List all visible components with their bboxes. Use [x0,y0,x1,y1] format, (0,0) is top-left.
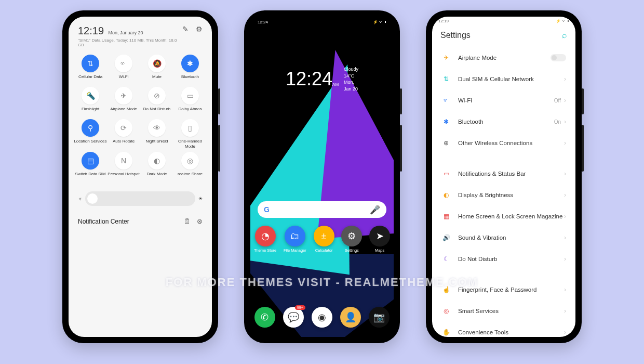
app-calculator[interactable]: ±Calculator [314,226,334,253]
settings-row-label: Other Wireless Connections [458,140,564,146]
qs-toggle-wi-fi[interactable]: ᯤWi-Fi [107,55,140,84]
close-icon[interactable]: ⊗ [197,217,203,225]
qs-toggle-dark-mode[interactable]: ◐Dark Mode [140,152,173,181]
qs-toggle-mute[interactable]: 🔕Mute [140,55,173,84]
app-icon: ◔ [255,226,276,246]
app-label: Calculator [315,248,333,253]
settings-row-dual-sim-cellular-network[interactable]: ⇅Dual SIM & Cellular Network› [436,69,571,90]
qs-toggle-label: Flashlight [82,107,99,116]
voice-search-icon[interactable]: 🎤 [370,205,380,215]
settings-row-label: Bluetooth [458,119,554,125]
phone-home-screen: 12:24 ⚡ ᯤ ▮ 12:24 AM Cloudy 14°C Mon, Ja… [244,10,400,343]
app-dock[interactable]: 💬99+ [283,307,304,328]
app-dock[interactable]: ◉ [312,307,332,328]
settings-row-value: On [554,119,561,125]
qs-toggle-do-not-disturb[interactable]: ⊘Do Not Disturb [140,87,173,116]
settings-row-other-wireless-connections[interactable]: ⊕Other Wireless Connections› [436,133,571,154]
brightness-slider[interactable]: ☼ ☀ [78,191,203,206]
settings-row-icon: ◎ [441,306,451,316]
search-icon[interactable]: ⌕ [562,31,567,40]
qs-toggle-icon: ◐ [148,152,166,170]
settings-row-home-screen-lock-screen-magazine[interactable]: ▦Home Screen & Lock Screen Magazine› [436,206,571,227]
app-icon: ⚙ [341,226,362,246]
chevron-right-icon: › [564,139,566,147]
settings-row-wi-fi[interactable]: ᯤWi-FiOff› [436,90,571,111]
qs-toggle-label: Dolby Atmos [179,107,202,116]
google-search-bar[interactable]: G 🎤 [258,201,386,218]
app-icon: ◉ [312,307,332,328]
app-icon: ➤ [369,226,390,246]
settings-row-label: Fingerprint, Face & Password [458,287,564,293]
qs-toggle-icon: ⇅ [82,55,99,72]
qs-toggle-label: Dark Mode [146,172,167,181]
app-label: Maps [375,248,384,253]
settings-row-label: Display & Brightness [458,192,564,198]
home-weather: Cloudy 14°C [344,66,358,79]
status-icons: ⚡ ᯤ ▮ [556,19,569,23]
settings-row-bluetooth[interactable]: ✱BluetoothOn› [436,111,571,133]
qs-toggle-flashlight[interactable]: 🔦Flashlight [74,87,107,116]
settings-row-label: Convenience Tools [458,329,564,335]
settings-row-display-brightness[interactable]: ◐Display & Brightness› [436,185,571,206]
app-dock[interactable]: ✆ [254,307,275,328]
settings-title: Settings [440,31,471,40]
notification-center-title: Notification Center [78,218,129,225]
app-dock[interactable]: 📷 [369,307,390,328]
chevron-right-icon: › [564,286,566,293]
settings-row-do-not-disturb[interactable]: ☾Do Not Disturb› [436,249,571,270]
qs-toggle-night-shield[interactable]: 👁Night Shield [140,119,173,149]
settings-row-label: Notifications & Status Bar [458,171,564,177]
settings-row-smart-services[interactable]: ◎Smart Services› [436,301,571,322]
qs-toggle-icon: ✱ [181,55,199,72]
qs-toggle-icon: N [115,152,132,170]
qs-data-usage: "SIM1" Data Usage, Today: 110 MB, This M… [78,38,182,47]
settings-row-airplane-mode[interactable]: ✈Airplane Mode [436,47,571,69]
app-settings[interactable]: ⚙Settings [341,226,362,253]
settings-row-label: Dual SIM & Cellular Network [458,76,564,82]
chevron-right-icon: › [564,75,566,83]
app-icon: ± [314,226,334,246]
home-clock-ampm: AM [332,82,339,90]
qs-toggle-grid: ⇅Cellular DataᯤWi-Fi🔕Mute✱Bluetooth🔦Flas… [74,55,207,181]
badge: 99+ [295,305,305,310]
qs-toggle-switch-data-sim[interactable]: ▤Switch Data SIM [74,152,107,181]
toggle-switch[interactable] [551,54,566,61]
app-icon: 💬99+ [283,307,304,328]
qs-toggle-dolby-atmos[interactable]: ▭Dolby Atmos [173,87,207,116]
qs-toggle-icon: ✈ [115,87,132,105]
qs-toggle-bluetooth[interactable]: ✱Bluetooth [173,55,207,84]
qs-toggle-icon: ᯤ [115,55,132,72]
settings-row-notifications-status-bar[interactable]: ▭Notifications & Status Bar› [436,163,571,185]
qs-toggle-label: Switch Data SIM [75,172,105,181]
settings-row-sound-vibration[interactable]: 🔊Sound & Vibration› [436,227,571,249]
app-maps[interactable]: ➤Maps [369,226,390,253]
settings-row-convenience-tools[interactable]: ✋Convenience Tools› [436,322,571,337]
qs-toggle-cellular-data[interactable]: ⇅Cellular Data [74,55,107,84]
qs-toggle-auto-rotate[interactable]: ⟳Auto Rotate [107,119,140,149]
settings-icon[interactable]: ⚙ [196,25,203,33]
brightness-high-icon: ☀ [198,196,203,201]
qs-time: 12:19 [78,25,104,36]
qs-toggle-icon: ◎ [181,152,199,170]
qs-toggle-personal-hotspot[interactable]: NPersonal Hotspot [107,152,140,181]
qs-toggle-location-services[interactable]: ⚲Location Services [74,119,107,149]
settings-row-icon: ⇅ [441,74,451,84]
app-dock[interactable]: 👤 [340,307,361,328]
qs-toggle-label: One-Handed Mode [173,139,207,149]
dock-row: ✆💬99+◉👤📷 [250,307,394,328]
qs-toggle-realme-share[interactable]: ◎realme Share [173,152,207,181]
settings-row-fingerprint-face-password[interactable]: ☝Fingerprint, Face & Password› [436,279,571,301]
edit-icon[interactable]: ✎ [182,25,189,33]
home-date: Mon, Jan 20 [344,79,358,92]
app-icon: 🗂 [285,226,305,246]
app-file-manager[interactable]: 🗂File Manager [284,226,306,253]
qs-toggle-one-handed-mode[interactable]: ▯One-Handed Mode [173,119,207,149]
calendar-icon[interactable]: 🗓 [184,217,191,225]
app-theme-store[interactable]: ◔Theme Store [254,226,276,253]
chevron-right-icon: › [564,97,566,104]
qs-toggle-icon: 🔦 [82,87,99,105]
qs-toggle-icon: ▤ [82,152,99,170]
qs-toggle-icon: ▯ [181,119,199,137]
qs-toggle-label: Do Not Disturb [143,107,170,116]
qs-toggle-airplane-mode[interactable]: ✈Airplane Mode [107,87,140,116]
